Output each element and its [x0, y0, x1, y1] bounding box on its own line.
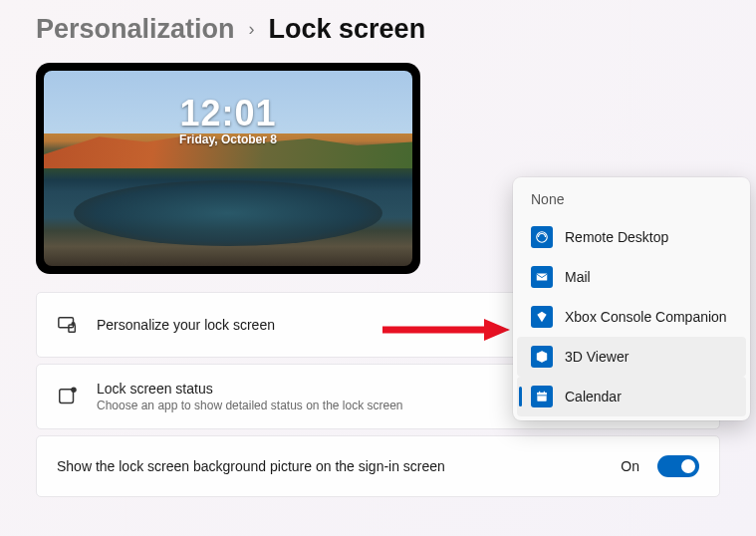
personalize-icon [57, 314, 79, 336]
status-app-dropdown[interactable]: None Remote Desktop Mail Xbox Console Co… [513, 177, 750, 420]
svg-marker-5 [484, 319, 510, 341]
dropdown-item-label: Remote Desktop [565, 229, 668, 245]
dropdown-item-label: Calendar [565, 389, 622, 404]
status-subtitle: Choose an app to show detailed status on… [97, 399, 403, 412]
svg-rect-7 [537, 274, 548, 281]
show-bg-picture-row: Show the lock screen background picture … [36, 435, 720, 497]
personalize-title: Personalize your lock screen [97, 317, 275, 333]
svg-point-3 [71, 387, 77, 393]
svg-rect-9 [537, 393, 546, 395]
dropdown-item-3d-viewer[interactable]: 3D Viewer [517, 337, 746, 377]
dropdown-item-label: Xbox Console Companion [565, 309, 727, 325]
dropdown-item-none[interactable]: None [517, 181, 746, 217]
lock-screen-preview: 12:01 Friday, October 8 [36, 63, 420, 274]
dropdown-item-label: 3D Viewer [565, 349, 629, 365]
breadcrumb-current: Lock screen [269, 14, 426, 45]
preview-date: Friday, October 8 [179, 133, 277, 146]
svg-rect-0 [59, 318, 74, 328]
breadcrumb: Personalization › Lock screen [0, 0, 756, 45]
xbox-icon [531, 306, 553, 328]
show-bg-title: Show the lock screen background picture … [57, 458, 445, 474]
dropdown-item-calendar[interactable]: Calendar [517, 377, 746, 416]
remote-desktop-icon [531, 226, 553, 248]
svg-rect-1 [69, 325, 75, 332]
svg-rect-2 [60, 390, 74, 403]
toggle-state-label: On [621, 458, 639, 474]
dropdown-item-label: Mail [565, 269, 591, 285]
annotation-arrow [380, 317, 510, 343]
status-app-icon [57, 386, 79, 407]
breadcrumb-parent[interactable]: Personalization [36, 14, 235, 45]
preview-clock: 12:01 [179, 93, 276, 134]
show-bg-toggle[interactable] [657, 455, 699, 477]
dropdown-item-remote-desktop[interactable]: Remote Desktop [517, 217, 746, 257]
lock-screen-preview-image: 12:01 Friday, October 8 [44, 71, 412, 266]
status-title: Lock screen status [97, 381, 403, 397]
calendar-icon [531, 386, 553, 407]
dropdown-item-mail[interactable]: Mail [517, 257, 746, 297]
chevron-right-icon: › [249, 19, 255, 40]
dropdown-item-xbox[interactable]: Xbox Console Companion [517, 297, 746, 337]
cube-icon [531, 346, 553, 368]
mail-icon [531, 266, 553, 288]
